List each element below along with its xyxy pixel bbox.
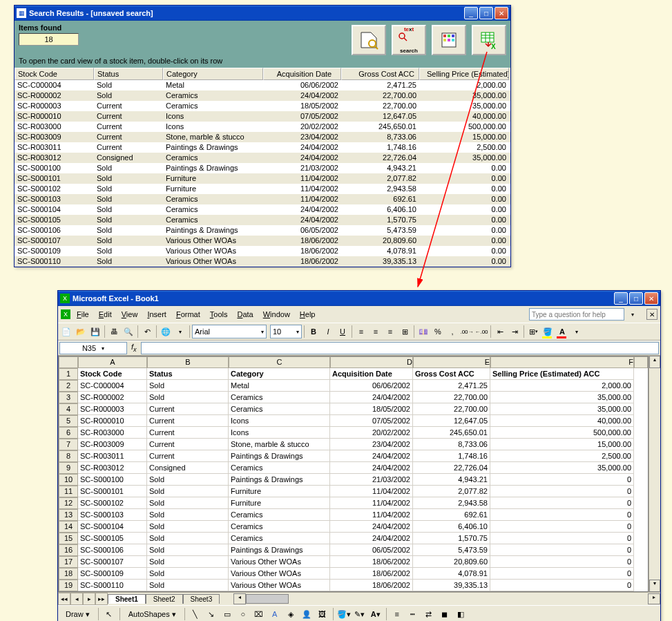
close-button[interactable]: ✕ xyxy=(495,7,508,19)
increase-decimal-icon[interactable]: .00→ xyxy=(460,325,474,338)
new-icon[interactable]: 📄 xyxy=(59,325,73,338)
col-status[interactable]: Status xyxy=(94,68,163,80)
excel-row[interactable]: 4SC-R000003CurrentCeramics18/05/200222,7… xyxy=(59,403,648,415)
excel-row[interactable]: 18SC-S000109SoldVarious Other WOAs18/06/… xyxy=(59,568,648,580)
col-acquisition[interactable]: Acquisition Date xyxy=(263,68,341,80)
table-row[interactable]: SC-S000109SoldVarious Other WOAs18/06/20… xyxy=(15,246,510,256)
excel-row[interactable]: 11SC-S000101SoldFurniture11/04/20022,077… xyxy=(59,486,648,497)
line-icon[interactable]: ╲ xyxy=(189,607,202,621)
excel-row[interactable]: 17SC-S000107SoldVarious Other WOAs18/06/… xyxy=(59,556,648,568)
excel-row[interactable]: 12SC-S000102SoldFurniture11/04/20022,943… xyxy=(59,497,648,509)
excel-row[interactable]: 6SC-R003000CurrentIcons20/02/2002245,650… xyxy=(59,427,648,439)
help-dropdown-icon[interactable]: ▾ xyxy=(626,307,640,321)
sheet-tab[interactable]: Sheet1 xyxy=(108,594,146,604)
row-number[interactable]: 12 xyxy=(59,497,78,509)
row-number[interactable]: 8 xyxy=(59,450,78,462)
row-number[interactable]: 13 xyxy=(59,509,78,521)
menu-insert[interactable]: Insert xyxy=(142,309,171,320)
excel-row[interactable]: 5SC-R000010CurrentIcons07/05/200212,647.… xyxy=(59,415,648,427)
table-row[interactable]: SC-S000105SoldCeramics24/04/20021,570.75… xyxy=(15,215,510,225)
table-row[interactable]: SC-S000107SoldVarious Other WOAs18/06/20… xyxy=(15,236,510,246)
dash-style-icon[interactable]: ┅ xyxy=(406,607,420,621)
percent-icon[interactable]: % xyxy=(431,325,445,338)
next-sheet-icon[interactable]: ▸ xyxy=(83,593,95,605)
excel-row[interactable]: 19SC-S000110SoldVarious Other WOAs18/06/… xyxy=(59,580,648,591)
row-number[interactable]: 15 xyxy=(59,533,78,544)
autoshapes-menu[interactable]: AutoShapes ▾ xyxy=(124,609,181,620)
excel-row[interactable]: 3SC-R000002SoldCeramics24/04/200222,700.… xyxy=(59,392,648,403)
menu-data[interactable]: Data xyxy=(232,309,258,320)
picture-icon[interactable]: 🖼 xyxy=(316,607,329,621)
line-color-icon[interactable]: ✎▾ xyxy=(353,607,367,621)
row-number[interactable]: 7 xyxy=(59,439,78,450)
row-number[interactable]: 5 xyxy=(59,415,78,427)
draw-menu[interactable]: Draw ▾ xyxy=(61,609,95,620)
menu-file[interactable]: File xyxy=(72,309,94,320)
menu-edit[interactable]: Edit xyxy=(94,309,117,320)
currency-icon[interactable]: 💷 xyxy=(416,325,430,338)
row-number[interactable]: 19 xyxy=(59,580,78,591)
select-all-corner[interactable] xyxy=(59,356,78,368)
shadow-icon[interactable]: ◼ xyxy=(438,607,452,621)
print-icon[interactable]: 🖶 xyxy=(107,325,121,338)
name-box[interactable]: N35▾ xyxy=(59,342,127,354)
comma-icon[interactable]: , xyxy=(445,325,459,338)
help-search-input[interactable] xyxy=(529,308,624,321)
row-number[interactable]: 16 xyxy=(59,544,78,556)
decrease-indent-icon[interactable]: ⇤ xyxy=(493,325,507,338)
table-row[interactable]: SC-R000010CurrentIcons07/05/200212,647.0… xyxy=(15,111,510,122)
sheet-tab[interactable]: Sheet2 xyxy=(146,594,183,604)
oval-icon[interactable]: ○ xyxy=(236,607,250,621)
minimize-button[interactable]: _ xyxy=(464,7,478,19)
textbox-icon[interactable]: ⌧ xyxy=(252,607,266,621)
tag-button[interactable] xyxy=(352,25,386,55)
merge-center-icon[interactable]: ⊞ xyxy=(398,325,412,338)
row-number[interactable]: 10 xyxy=(59,474,78,486)
prev-sheet-icon[interactable]: ◂ xyxy=(70,593,83,605)
diagram-icon[interactable]: ◈ xyxy=(284,607,298,621)
text-search-button[interactable]: textsearch xyxy=(392,25,426,55)
excel-row[interactable]: 7SC-R003009CurrentStone, marble & stucco… xyxy=(59,439,648,450)
maximize-button[interactable]: □ xyxy=(479,7,493,19)
workbook-icon[interactable]: X xyxy=(61,309,70,319)
excel-row[interactable]: 14SC-S000104SoldCeramics24/04/20026,406.… xyxy=(59,521,648,533)
horizontal-scrollbar[interactable]: ◂ ▸ xyxy=(233,594,660,604)
fx-icon[interactable]: fx xyxy=(131,343,137,353)
save-icon[interactable]: 💾 xyxy=(88,325,102,338)
excel-row[interactable]: 10SC-S000100SoldPaintings & Drawings21/0… xyxy=(59,474,648,486)
toolbar-options2-icon[interactable]: ▾ xyxy=(570,325,584,338)
col-header[interactable]: F xyxy=(490,356,634,368)
font-selector[interactable]: Arial▾ xyxy=(192,325,267,338)
menu-help[interactable]: Help xyxy=(295,309,320,320)
table-row[interactable]: SC-S000103SoldCeramics11/04/2002692.610.… xyxy=(15,194,510,204)
row-number[interactable]: 3 xyxy=(59,392,78,403)
col-grosscost[interactable]: Gross Cost ACC xyxy=(341,68,419,80)
row-number[interactable]: 4 xyxy=(59,403,78,415)
excel-row[interactable]: 9SC-R003012ConsignedCeramics24/04/200222… xyxy=(59,462,648,474)
sheet-tab[interactable]: Sheet3 xyxy=(183,594,220,604)
menu-format[interactable]: Format xyxy=(171,309,205,320)
table-row[interactable]: SC-S000102SoldFurniture11/04/20022,943.5… xyxy=(15,184,510,194)
excel-row[interactable]: 2SC-C000004SoldMetal06/06/20022,471.252,… xyxy=(59,380,648,392)
font-color2-icon[interactable]: A▾ xyxy=(369,607,383,621)
col-sellingprice[interactable]: Selling Price (Estimated) ACC xyxy=(419,68,509,80)
rectangle-icon[interactable]: ▭ xyxy=(220,607,234,621)
fill-color2-icon[interactable]: 🪣▾ xyxy=(337,607,351,621)
excel-titlebar[interactable]: X Microsoft Excel - Book1 _ □ ✕ xyxy=(58,291,660,306)
col-header[interactable]: E xyxy=(413,356,490,368)
table-row[interactable]: SC-C000004SoldMetal06/06/20022,471.252,0… xyxy=(15,80,510,90)
table-row[interactable]: SC-R003012ConsignedCeramics24/04/200222,… xyxy=(15,153,510,163)
table-row[interactable]: SC-R003009CurrentStone, marble & stucco2… xyxy=(15,132,510,142)
preview-icon[interactable]: 🔍 xyxy=(122,325,135,338)
table-row[interactable]: SC-R000003CurrentCeramics18/05/200222,70… xyxy=(15,101,510,111)
open-icon[interactable]: 📂 xyxy=(74,325,88,338)
row-number[interactable]: 17 xyxy=(59,556,78,568)
excel-row[interactable]: 8SC-R003011CurrentPaintings & Drawings24… xyxy=(59,450,648,462)
undo-icon[interactable]: ↶ xyxy=(140,325,154,338)
table-row[interactable]: SC-R000002SoldCeramics24/04/200222,700.0… xyxy=(15,90,510,101)
search-titlebar[interactable]: ▦ Search Results - [unsaved search] _ □ … xyxy=(15,6,510,21)
row-number[interactable]: 2 xyxy=(59,380,78,392)
decrease-decimal-icon[interactable]: ←.00 xyxy=(474,325,488,338)
row-number[interactable]: 1 xyxy=(59,368,78,380)
table-row[interactable]: SC-R003011CurrentPaintings & Drawings24/… xyxy=(15,142,510,153)
